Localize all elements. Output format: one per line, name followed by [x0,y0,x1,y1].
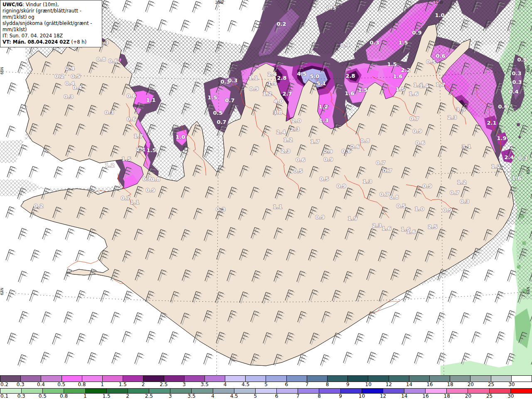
precip-value: 1.2 [318,103,328,110]
rain-scale-segment [107,389,128,393]
precip-value: 1.1 [130,199,139,205]
snow-scale-segment [185,376,205,382]
precip-value: 1.1 [146,97,155,103]
lat-label-right: 66N [526,65,530,72]
precip-value: 0.9 [412,30,421,36]
precip-value: 0.6 [436,53,445,59]
snow-scale-labels: 0.20.30.40.50.811.522.533.544.5567891012… [0,382,532,388]
precip-value: 0.9 [422,183,432,189]
precip-value: 2.4 [504,154,514,160]
snow-scale-segment [164,376,185,382]
snow-scale-segment [0,376,21,382]
precip-value: 3.8 [273,109,282,116]
precip-value: 1.5 [207,94,217,101]
snow-scale-segment [470,376,491,382]
precip-value: 1.6 [393,73,402,79]
precip-value: 0.6 [350,143,360,150]
snow-scale-tick: 0.5 [57,382,65,387]
rain-scale-segment [213,389,234,393]
precip-value: 0.6 [126,116,136,122]
precip-value: 0.3 [512,70,521,76]
precip-value: 1.2 [262,91,272,97]
lat-label-left: 64N [0,288,4,295]
precip-value: 0.3 [228,77,237,84]
precip-value: 0.4 [65,65,74,71]
snow-scale-tick: 0.4 [37,382,45,387]
precip-value: 0.6 [498,103,507,110]
precip-value: 0.7 [225,97,234,103]
precip-value: 0.4 [509,89,518,95]
rain-scale-tick: 0.3 [17,394,25,399]
valid-time: VT: Mán. 08.04.2024 02Z (+8 h) [2,39,100,45]
precip-value: 2.8 [277,75,286,81]
snow-scale-segment [491,376,512,382]
snow-scale-segment [348,376,368,382]
precip-value: 2.7 [282,91,292,97]
precip-value: 2.2 [401,67,410,73]
title-line-1: UWC/IG: Vindur (10m), [2,2,100,8]
precip-value: 0.6 [296,157,305,163]
precip-value: 0.8 [150,176,160,182]
snow-scale-segment [62,376,82,382]
precip-value: 0.2 [54,73,64,79]
precip-value: 2.3 [290,126,300,132]
precip-value: 1.5 [121,156,131,162]
precip-value: 0.7 [376,160,385,166]
init-time: IT: Sun. 07. 04. 2024 18Z [2,33,100,39]
precip-value: 1.5 [358,87,367,93]
precip-value: 0.7 [382,167,392,174]
precip-value: 0.9 [412,128,422,134]
rain-scale-tick: 2 [126,394,129,399]
lon-label: 15W [435,0,443,5]
precip-value: 1.7 [133,133,143,139]
rain-scale-tick: 18 [444,394,450,399]
precip-value: 2.5 [428,224,437,230]
precip-value: 1.3 [362,178,372,185]
snow-scale-segment [389,376,409,382]
rain-scale-segment [128,389,149,393]
precip-value: 1.9 [267,80,277,86]
snow-scale-tick: 10 [365,382,372,387]
precip-value: 0.9 [323,156,333,163]
rain-scale-segment [319,389,340,393]
precip-value: 1.0 [435,12,444,18]
precip-value: 0.6 [341,148,351,154]
title-line-3: slydda/snjókoma (grátt/bleikt/grænt - mm… [2,20,100,33]
precip-value: 0.8 [96,56,106,62]
precip-value: 0.2 [276,21,286,27]
precip-value: 2.3 [281,148,290,154]
weather-map-app: { "header": { "line1_bold": "UWC/IG", "l… [0,0,532,399]
precip-value: 0.3 [512,79,522,85]
snow-scale-segment [82,376,103,382]
lat-label-right: 64N [526,287,530,294]
snow-scale-segment [123,376,143,382]
precip-value: 1.1 [273,204,282,210]
snow-scale-segment [307,376,328,382]
precip-value: 0.3 [326,5,336,11]
precip-value: 3.5 [456,106,465,113]
precip-value: 0.5 [396,203,406,209]
precip-value: 4.0 [273,98,283,104]
rain-scale-segment [256,389,277,393]
precip-value: 1.2 [283,137,293,143]
rain-scale-tick: 4.5 [230,394,238,399]
rain-scale-tick: 0.1 [0,394,8,399]
snow-scale-tick: 0.2 [0,382,8,387]
rain-scale-tick: 0.5 [39,394,47,399]
precip-value: 1.5 [387,61,397,67]
precip-value: 0.6 [108,58,118,64]
rain-scale-tick: 3 [169,394,172,399]
rain-scale-tick: 20 [465,394,471,399]
snow-scale-tick: 0.8 [78,382,86,387]
snow-scale-tick: 25 [488,382,494,387]
snow-scale-tick: 3.5 [201,382,209,387]
precip-value: 0.2 [34,203,43,209]
precip-value: 1.6 [382,225,391,232]
precip-value: 0.6 [126,93,136,99]
snow-scale-segment [225,376,246,382]
color-scales: 0.20.30.40.50.811.522.533.544.5567891012… [0,375,532,399]
rain-scale-segment [404,389,426,393]
precip-value: 0.6 [415,140,425,146]
rain-scale-segment [298,389,319,393]
precip-value: 1.9 [497,135,506,141]
